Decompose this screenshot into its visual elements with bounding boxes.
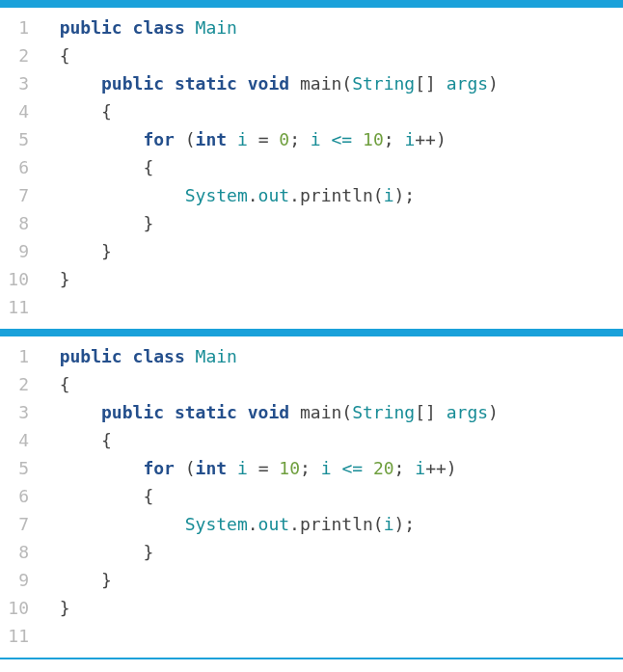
- line-number: 6: [0, 482, 39, 510]
- line-number: 1: [0, 342, 39, 370]
- line-code: {: [39, 41, 623, 69]
- token-kw: class: [133, 346, 185, 366]
- line-code: {: [39, 426, 623, 454]
- code-line: 5 for (int i = 10; i <= 20; i++): [0, 454, 623, 482]
- token-ty: Main: [196, 346, 237, 366]
- code-line: 11: [0, 293, 623, 321]
- code-line: 1 public class Main: [0, 13, 623, 41]
- code-line: 6 {: [0, 482, 623, 510]
- line-code: System.out.println(i);: [39, 181, 623, 209]
- line-code: }: [39, 209, 623, 237]
- line-number: 4: [0, 426, 39, 454]
- token-fn: main: [300, 402, 341, 422]
- token-ty: i: [384, 514, 394, 534]
- token-pl: (: [341, 402, 352, 422]
- code-line: 4 {: [0, 97, 623, 125]
- line-code: [39, 293, 623, 321]
- token-pl: }: [101, 241, 112, 261]
- token-op: <=: [341, 458, 363, 478]
- line-code: {: [39, 482, 623, 510]
- code-line: 2 {: [0, 41, 623, 69]
- token-pl: }: [143, 213, 153, 233]
- token-kw: public: [60, 346, 122, 366]
- line-code: }: [39, 538, 623, 566]
- token-pl: (: [373, 185, 384, 205]
- line-number: 8: [0, 538, 39, 566]
- token-pl: ): [488, 73, 499, 94]
- code-line: 9 }: [0, 237, 623, 265]
- token-ty: String: [352, 73, 415, 94]
- token-ty: Main: [196, 17, 237, 38]
- line-number: 9: [0, 566, 39, 594]
- line-number: 1: [0, 13, 39, 41]
- token-kw: void: [248, 402, 289, 422]
- code-line: 3 public static void main(String[] args): [0, 69, 623, 97]
- line-code: public class Main: [39, 13, 623, 41]
- code-line: 10 }: [0, 594, 623, 622]
- token-pl: }: [60, 598, 70, 618]
- token-ty: args: [447, 73, 488, 94]
- token-kw: class: [133, 17, 185, 38]
- token-fn: main: [300, 73, 341, 94]
- token-pl: {: [60, 374, 70, 394]
- line-code: public class Main: [39, 342, 623, 370]
- token-ty: System: [185, 514, 248, 534]
- token-pl: .: [289, 185, 300, 205]
- token-nu: 10: [363, 129, 384, 149]
- page: 1 public class Main2 {3 public static vo…: [0, 0, 623, 659]
- line-number: 2: [0, 41, 39, 69]
- token-kw: public: [101, 402, 164, 422]
- token-pl: ;: [300, 458, 311, 478]
- line-code: {: [39, 97, 623, 125]
- line-number: 5: [0, 125, 39, 153]
- line-number: 4: [0, 97, 39, 125]
- token-ty: System: [185, 185, 248, 205]
- token-op: <=: [332, 129, 353, 149]
- line-code: }: [39, 594, 623, 622]
- token-kw: void: [248, 73, 289, 94]
- line-code: }: [39, 237, 623, 265]
- token-kw: static: [175, 402, 237, 422]
- code-line: 11: [0, 622, 623, 650]
- code-line: 3 public static void main(String[] args): [0, 398, 623, 426]
- mid-accent-bar: [0, 329, 623, 336]
- line-code: public static void main(String[] args): [39, 69, 623, 97]
- line-code: System.out.println(i);: [39, 510, 623, 538]
- code-line: 4 {: [0, 426, 623, 454]
- token-ty: i: [237, 458, 248, 478]
- token-pl: ;: [289, 129, 300, 149]
- line-number: 5: [0, 454, 39, 482]
- token-ty: String: [352, 402, 415, 422]
- token-fn: println: [300, 185, 373, 205]
- line-code: [39, 622, 623, 650]
- token-pl: ++): [415, 129, 447, 149]
- token-pl: }: [143, 542, 153, 562]
- line-number: 3: [0, 398, 39, 426]
- token-nu: 0: [279, 129, 289, 149]
- token-pl: .: [289, 514, 300, 534]
- token-nu: 20: [373, 458, 394, 478]
- token-pl: {: [143, 486, 153, 506]
- token-ty: i: [321, 458, 332, 478]
- code-line: 7 System.out.println(i);: [0, 510, 623, 538]
- token-kw: int: [196, 458, 228, 478]
- token-fn: println: [300, 514, 373, 534]
- line-number: 10: [0, 594, 39, 622]
- token-pl: (: [185, 129, 196, 149]
- line-number: 7: [0, 181, 39, 209]
- line-code: {: [39, 153, 623, 181]
- token-kw: public: [60, 17, 122, 38]
- code-line: 7 System.out.println(i);: [0, 181, 623, 209]
- code-line: 8 }: [0, 538, 623, 566]
- token-ty: out: [258, 185, 290, 205]
- top-accent-bar: [0, 0, 623, 8]
- line-code: public static void main(String[] args): [39, 398, 623, 426]
- token-pl: ;: [394, 458, 405, 478]
- code-block-1: 1 public class Main2 {3 public static vo…: [0, 8, 623, 329]
- token-kw: static: [175, 73, 237, 94]
- token-pl: (: [341, 73, 352, 94]
- code-line: 5 for (int i = 0; i <= 10; i++): [0, 125, 623, 153]
- line-code: for (int i = 0; i <= 10; i++): [39, 125, 623, 153]
- token-pl: {: [60, 45, 70, 66]
- line-number: 3: [0, 69, 39, 97]
